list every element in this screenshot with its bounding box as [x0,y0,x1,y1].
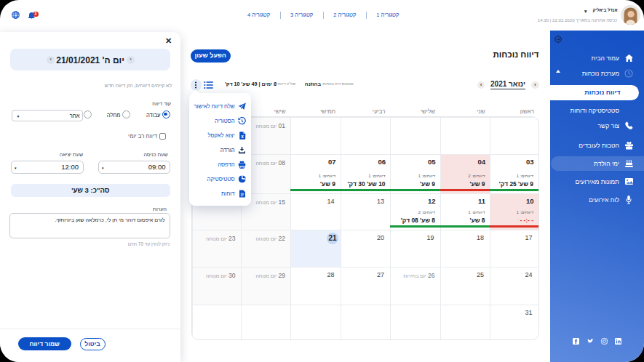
svg-text:x: x [241,133,244,138]
